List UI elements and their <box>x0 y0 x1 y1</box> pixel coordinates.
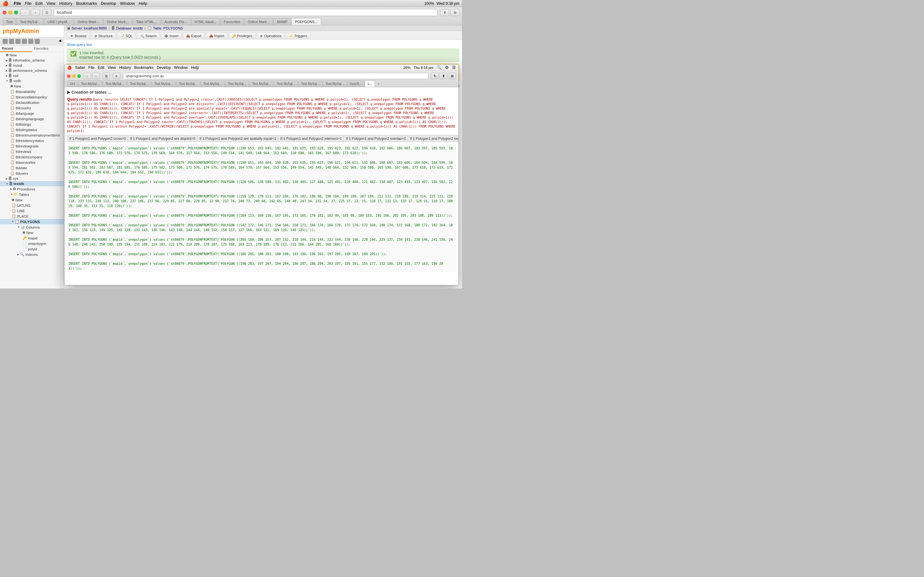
tab-privileges[interactable]: 🔑 Privileges <box>228 32 256 39</box>
tab-test[interactable]: Test <box>3 18 16 25</box>
pma-icon-5[interactable] <box>28 39 33 44</box>
maximize-button[interactable] <box>14 11 18 15</box>
tab-triggers[interactable]: ⚡ Triggers <box>286 32 310 39</box>
share-button[interactable]: ⬆ <box>440 9 449 16</box>
tree-tblreviews[interactable]: 📋 tblreviews <box>0 149 64 154</box>
back-button[interactable]: ‹ <box>21 9 29 16</box>
tree-col-mapid[interactable]: 🔑 mapid <box>0 235 64 241</box>
table-link[interactable]: Table: POLYGONS <box>153 26 183 30</box>
inner-reload-button[interactable]: ↻ <box>431 73 439 79</box>
tree-tblreviewgrade[interactable]: 📋 tblreviewgrade <box>0 143 64 149</box>
tree-tblistingstatus[interactable]: 📋 tblistingstatus <box>0 127 64 132</box>
tree-tblresidency[interactable]: 📋 tblresidencystatus <box>0 138 64 143</box>
inner-menu-icon[interactable]: ☰ <box>452 65 456 70</box>
inner-develop-menu[interactable]: Develop <box>157 65 171 70</box>
tree-new-top[interactable]: ⊕ New <box>0 52 64 58</box>
inner-forward-button[interactable]: › <box>92 73 100 79</box>
tab-online3[interactable]: Online Mark... <box>244 18 273 25</box>
tree-tblclassification[interactable]: 📋 tblclassification <box>0 100 64 105</box>
collapse-button[interactable]: ◀ <box>59 39 61 44</box>
tab-structure[interactable]: ⚙ Structure <box>91 32 116 39</box>
tab-mamp[interactable]: MAMP <box>273 18 291 25</box>
server-link[interactable]: Server: localhost:8889 <box>71 26 107 30</box>
inner-tab-t1[interactable]: Test MySql... <box>78 81 102 87</box>
tab-testmysql1[interactable]: Test MySql... <box>16 18 44 25</box>
inner-tab-t8[interactable]: Test MySql... <box>249 81 273 87</box>
tree-tblstate[interactable]: 📋 tblstate <box>0 165 64 171</box>
tree-col-new[interactable]: ⊕ New <box>0 230 64 235</box>
inner-close-button[interactable] <box>67 74 71 78</box>
inner-minimize-button[interactable] <box>72 74 76 78</box>
tree-tblservicefee[interactable]: 📋 tblservicefee <box>0 160 64 165</box>
tree-tbillistings[interactable]: 📋 tbillistings <box>0 121 64 127</box>
app-name[interactable]: File <box>14 1 21 6</box>
window-menu[interactable]: Window <box>120 1 135 6</box>
inner-tab-host[interactable]: host:8... <box>347 81 365 87</box>
tree-columns[interactable]: ▼ 📊 Columns <box>0 224 64 230</box>
tab-operations[interactable]: ⚙ Operations <box>256 32 285 39</box>
tree-tblroleincompany[interactable]: 📋 tblroleincompany <box>0 154 64 160</box>
tree-latlng[interactable]: 📋 LATLNG <box>0 203 64 208</box>
tab-takehtml[interactable]: Take HTML... <box>132 18 160 25</box>
tree-ssdb-new[interactable]: ⊕ New <box>0 83 64 89</box>
inner-tab-t5[interactable]: Test MySql... <box>176 81 200 87</box>
tree-ssd[interactable]: ▶ 🗄 ssd <box>0 73 64 78</box>
pma-icon-3[interactable] <box>15 39 21 44</box>
tab-polygons[interactable]: POLYGONS... <box>291 18 321 25</box>
edit-menu[interactable]: Edit <box>35 1 42 6</box>
tree-polygons[interactable]: ▼ 📋 POLYGONS <box>0 219 64 224</box>
tree-tblistingslanguage[interactable]: 📋 tblistingslanguage <box>0 116 64 121</box>
inner-file-menu[interactable]: File <box>88 65 94 70</box>
inner-view-menu[interactable]: View <box>107 65 116 70</box>
tree-ssdb[interactable]: ▼ 🗄 ssdb <box>0 78 64 83</box>
tree-sys[interactable]: ▶ 🗄 sys <box>0 176 64 181</box>
tree-tblcancellationpolicy[interactable]: 📋 tblcancellationpolicy <box>0 94 64 100</box>
tree-place[interactable]: 📋 PLACE <box>0 213 64 219</box>
tab-import[interactable]: 📥 Import <box>206 32 228 39</box>
tree-tables-new[interactable]: ⊕ New <box>0 197 64 203</box>
tree-col-polyid[interactable]: 📄 polyid <box>0 246 64 251</box>
minimize-button[interactable] <box>8 11 12 15</box>
inner-window-menu[interactable]: Window <box>174 65 188 70</box>
inner-sidebar-button[interactable]: ☰ <box>102 73 110 79</box>
tab-australia[interactable]: Australia Pla... <box>161 18 191 25</box>
inner-tab-t9[interactable]: Test MySql... <box>274 81 298 87</box>
tree-tblusers[interactable]: 📋 tblusers <box>0 171 64 176</box>
tree-tblavailability[interactable]: 📋 tblavailability <box>0 89 64 94</box>
inner-maximize-button[interactable] <box>78 74 81 78</box>
inner-tab-t10[interactable]: Test MySql... <box>298 81 322 87</box>
recent-tab[interactable]: Recent <box>0 45 32 52</box>
tree-tables[interactable]: ▼ 📁 Tables <box>0 192 64 197</box>
develop-menu[interactable]: Develop <box>101 1 116 6</box>
inner-search-icon[interactable]: 🔍 <box>437 65 442 70</box>
tab-browse[interactable]: 👁 Browse <box>67 32 90 39</box>
inner-back-button[interactable]: ‹ <box>83 73 91 79</box>
help-menu[interactable]: Help <box>139 1 147 6</box>
tree-mysql[interactable]: ▶ 🗄 mysql <box>0 63 64 68</box>
inner-history-menu[interactable]: History <box>119 65 131 70</box>
tab-sql[interactable]: 📝 SQL <box>117 32 136 39</box>
tree-procedures[interactable]: ▶ ⚙ Procedures <box>0 186 64 192</box>
tree-testdb[interactable]: ▼ 🗄 testdb <box>0 181 64 186</box>
inner-tab-l[interactable]: L... <box>365 81 375 87</box>
inner-tab-t11[interactable]: Test MySql... <box>323 81 347 87</box>
inner-settings-icon[interactable]: ⚙ <box>445 65 449 70</box>
tree-col-onepolygon[interactable]: 📄 onepolygon <box>0 241 64 246</box>
apple-menu[interactable]: 🍎 <box>3 1 9 6</box>
tab-export[interactable]: 📤 Export <box>183 32 205 39</box>
tree-tbllanguage[interactable]: 📋 tbllanguage <box>0 111 64 116</box>
pma-icon-1[interactable] <box>3 39 8 44</box>
tab-html[interactable]: HTML datali... <box>191 18 220 25</box>
inner-tab-t3[interactable]: Test MySql... <box>127 81 151 87</box>
show-query-link[interactable]: Show query box <box>67 43 92 47</box>
tab-online2[interactable]: Online Mark... <box>103 18 132 25</box>
forward-button[interactable]: › <box>31 9 40 16</box>
history-menu[interactable]: History <box>59 1 72 6</box>
tree-performance-schema[interactable]: ▶ 🗄 performance_schema <box>0 68 64 73</box>
bookmarks-menu[interactable]: Bookmarks <box>76 1 97 6</box>
tree-information-schema[interactable]: ▶ 🗄 information_schema <box>0 58 64 63</box>
inner-help-menu[interactable]: Help <box>191 65 199 70</box>
tree-indexes[interactable]: ▶ 🔍 Indexes <box>0 251 64 257</box>
tab-favourites[interactable]: Favourites <box>220 18 244 25</box>
url-bar[interactable]: localhost <box>54 9 438 16</box>
